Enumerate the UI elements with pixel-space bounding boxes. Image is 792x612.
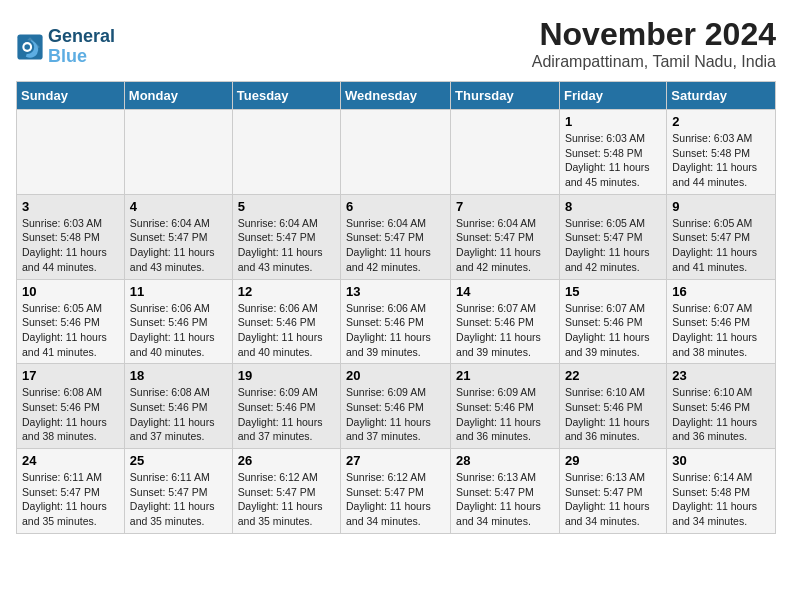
day-number: 12	[238, 284, 335, 299]
day-number: 24	[22, 453, 119, 468]
day-detail: Sunrise: 6:13 AM Sunset: 5:47 PM Dayligh…	[456, 470, 554, 529]
day-cell: 26Sunrise: 6:12 AM Sunset: 5:47 PM Dayli…	[232, 449, 340, 534]
week-row-3: 10Sunrise: 6:05 AM Sunset: 5:46 PM Dayli…	[17, 279, 776, 364]
calendar-table: SundayMondayTuesdayWednesdayThursdayFrid…	[16, 81, 776, 534]
week-row-2: 3Sunrise: 6:03 AM Sunset: 5:48 PM Daylig…	[17, 194, 776, 279]
day-number: 1	[565, 114, 661, 129]
day-detail: Sunrise: 6:06 AM Sunset: 5:46 PM Dayligh…	[346, 301, 445, 360]
day-cell: 2Sunrise: 6:03 AM Sunset: 5:48 PM Daylig…	[667, 110, 776, 195]
day-detail: Sunrise: 6:09 AM Sunset: 5:46 PM Dayligh…	[346, 385, 445, 444]
logo: General Blue	[16, 27, 115, 67]
day-cell: 21Sunrise: 6:09 AM Sunset: 5:46 PM Dayli…	[451, 364, 560, 449]
day-cell: 16Sunrise: 6:07 AM Sunset: 5:46 PM Dayli…	[667, 279, 776, 364]
day-cell: 24Sunrise: 6:11 AM Sunset: 5:47 PM Dayli…	[17, 449, 125, 534]
day-number: 8	[565, 199, 661, 214]
day-detail: Sunrise: 6:05 AM Sunset: 5:46 PM Dayligh…	[22, 301, 119, 360]
header-cell-sunday: Sunday	[17, 82, 125, 110]
day-detail: Sunrise: 6:08 AM Sunset: 5:46 PM Dayligh…	[130, 385, 227, 444]
day-cell	[341, 110, 451, 195]
day-number: 2	[672, 114, 770, 129]
day-detail: Sunrise: 6:09 AM Sunset: 5:46 PM Dayligh…	[456, 385, 554, 444]
day-detail: Sunrise: 6:04 AM Sunset: 5:47 PM Dayligh…	[346, 216, 445, 275]
day-cell: 18Sunrise: 6:08 AM Sunset: 5:46 PM Dayli…	[124, 364, 232, 449]
header-cell-saturday: Saturday	[667, 82, 776, 110]
day-cell: 19Sunrise: 6:09 AM Sunset: 5:46 PM Dayli…	[232, 364, 340, 449]
day-number: 3	[22, 199, 119, 214]
svg-point-4	[24, 44, 30, 50]
day-cell: 20Sunrise: 6:09 AM Sunset: 5:46 PM Dayli…	[341, 364, 451, 449]
day-number: 25	[130, 453, 227, 468]
day-detail: Sunrise: 6:12 AM Sunset: 5:47 PM Dayligh…	[238, 470, 335, 529]
week-row-5: 24Sunrise: 6:11 AM Sunset: 5:47 PM Dayli…	[17, 449, 776, 534]
day-cell: 8Sunrise: 6:05 AM Sunset: 5:47 PM Daylig…	[559, 194, 666, 279]
day-cell: 15Sunrise: 6:07 AM Sunset: 5:46 PM Dayli…	[559, 279, 666, 364]
day-number: 19	[238, 368, 335, 383]
day-detail: Sunrise: 6:12 AM Sunset: 5:47 PM Dayligh…	[346, 470, 445, 529]
day-number: 16	[672, 284, 770, 299]
day-number: 6	[346, 199, 445, 214]
day-cell: 3Sunrise: 6:03 AM Sunset: 5:48 PM Daylig…	[17, 194, 125, 279]
day-cell: 23Sunrise: 6:10 AM Sunset: 5:46 PM Dayli…	[667, 364, 776, 449]
header-cell-thursday: Thursday	[451, 82, 560, 110]
day-detail: Sunrise: 6:03 AM Sunset: 5:48 PM Dayligh…	[672, 131, 770, 190]
day-cell	[124, 110, 232, 195]
day-cell: 1Sunrise: 6:03 AM Sunset: 5:48 PM Daylig…	[559, 110, 666, 195]
day-number: 29	[565, 453, 661, 468]
day-cell: 28Sunrise: 6:13 AM Sunset: 5:47 PM Dayli…	[451, 449, 560, 534]
day-cell: 30Sunrise: 6:14 AM Sunset: 5:48 PM Dayli…	[667, 449, 776, 534]
day-number: 7	[456, 199, 554, 214]
logo-icon	[16, 33, 44, 61]
day-number: 18	[130, 368, 227, 383]
day-number: 27	[346, 453, 445, 468]
day-number: 15	[565, 284, 661, 299]
day-detail: Sunrise: 6:03 AM Sunset: 5:48 PM Dayligh…	[22, 216, 119, 275]
day-detail: Sunrise: 6:04 AM Sunset: 5:47 PM Dayligh…	[130, 216, 227, 275]
location-title: Adirampattinam, Tamil Nadu, India	[532, 53, 776, 71]
day-cell: 29Sunrise: 6:13 AM Sunset: 5:47 PM Dayli…	[559, 449, 666, 534]
day-detail: Sunrise: 6:07 AM Sunset: 5:46 PM Dayligh…	[456, 301, 554, 360]
header-cell-tuesday: Tuesday	[232, 82, 340, 110]
week-row-4: 17Sunrise: 6:08 AM Sunset: 5:46 PM Dayli…	[17, 364, 776, 449]
day-number: 14	[456, 284, 554, 299]
day-detail: Sunrise: 6:11 AM Sunset: 5:47 PM Dayligh…	[22, 470, 119, 529]
top-bar: General Blue November 2024 Adirampattina…	[16, 16, 776, 75]
day-detail: Sunrise: 6:07 AM Sunset: 5:46 PM Dayligh…	[672, 301, 770, 360]
day-cell: 10Sunrise: 6:05 AM Sunset: 5:46 PM Dayli…	[17, 279, 125, 364]
header-cell-wednesday: Wednesday	[341, 82, 451, 110]
day-number: 11	[130, 284, 227, 299]
day-cell: 12Sunrise: 6:06 AM Sunset: 5:46 PM Dayli…	[232, 279, 340, 364]
day-cell	[232, 110, 340, 195]
day-detail: Sunrise: 6:07 AM Sunset: 5:46 PM Dayligh…	[565, 301, 661, 360]
day-detail: Sunrise: 6:04 AM Sunset: 5:47 PM Dayligh…	[238, 216, 335, 275]
day-number: 21	[456, 368, 554, 383]
day-cell	[451, 110, 560, 195]
day-detail: Sunrise: 6:05 AM Sunset: 5:47 PM Dayligh…	[565, 216, 661, 275]
day-detail: Sunrise: 6:11 AM Sunset: 5:47 PM Dayligh…	[130, 470, 227, 529]
day-number: 4	[130, 199, 227, 214]
day-detail: Sunrise: 6:05 AM Sunset: 5:47 PM Dayligh…	[672, 216, 770, 275]
day-number: 10	[22, 284, 119, 299]
day-detail: Sunrise: 6:06 AM Sunset: 5:46 PM Dayligh…	[238, 301, 335, 360]
day-number: 9	[672, 199, 770, 214]
week-row-1: 1Sunrise: 6:03 AM Sunset: 5:48 PM Daylig…	[17, 110, 776, 195]
day-cell: 13Sunrise: 6:06 AM Sunset: 5:46 PM Dayli…	[341, 279, 451, 364]
day-number: 26	[238, 453, 335, 468]
day-cell: 7Sunrise: 6:04 AM Sunset: 5:47 PM Daylig…	[451, 194, 560, 279]
day-detail: Sunrise: 6:10 AM Sunset: 5:46 PM Dayligh…	[672, 385, 770, 444]
day-detail: Sunrise: 6:06 AM Sunset: 5:46 PM Dayligh…	[130, 301, 227, 360]
title-section: November 2024 Adirampattinam, Tamil Nadu…	[532, 16, 776, 71]
day-number: 13	[346, 284, 445, 299]
logo-text: General Blue	[48, 27, 115, 67]
day-cell: 14Sunrise: 6:07 AM Sunset: 5:46 PM Dayli…	[451, 279, 560, 364]
day-cell: 22Sunrise: 6:10 AM Sunset: 5:46 PM Dayli…	[559, 364, 666, 449]
day-number: 30	[672, 453, 770, 468]
day-cell: 11Sunrise: 6:06 AM Sunset: 5:46 PM Dayli…	[124, 279, 232, 364]
day-cell: 27Sunrise: 6:12 AM Sunset: 5:47 PM Dayli…	[341, 449, 451, 534]
day-detail: Sunrise: 6:03 AM Sunset: 5:48 PM Dayligh…	[565, 131, 661, 190]
day-number: 22	[565, 368, 661, 383]
day-number: 17	[22, 368, 119, 383]
day-detail: Sunrise: 6:13 AM Sunset: 5:47 PM Dayligh…	[565, 470, 661, 529]
day-cell: 9Sunrise: 6:05 AM Sunset: 5:47 PM Daylig…	[667, 194, 776, 279]
day-cell: 6Sunrise: 6:04 AM Sunset: 5:47 PM Daylig…	[341, 194, 451, 279]
day-cell: 5Sunrise: 6:04 AM Sunset: 5:47 PM Daylig…	[232, 194, 340, 279]
